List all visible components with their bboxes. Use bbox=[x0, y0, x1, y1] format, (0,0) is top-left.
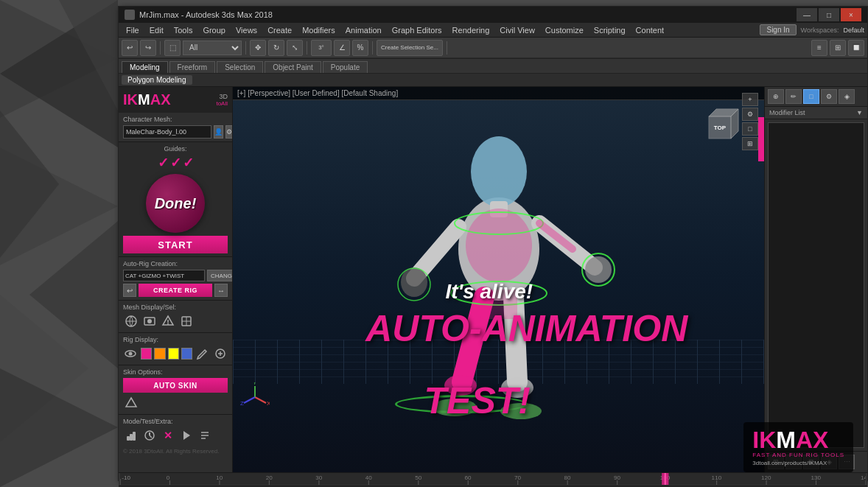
rig-edit-btn[interactable] bbox=[195, 346, 210, 362]
color-swatch-yellow[interactable] bbox=[168, 348, 179, 360]
tab-selection[interactable]: Selection bbox=[217, 61, 263, 73]
menu-create[interactable]: Create bbox=[263, 25, 296, 35]
autorig-input[interactable] bbox=[123, 270, 205, 281]
menu-content[interactable]: Content bbox=[631, 25, 669, 35]
toolbar-select[interactable]: ⬚ bbox=[164, 40, 181, 56]
mesh-pick-button[interactable]: 👤 bbox=[214, 125, 223, 139]
rp-btn-3-active[interactable]: □ bbox=[803, 89, 819, 104]
skin-btn-extra[interactable] bbox=[123, 395, 139, 411]
toolbar-sep-2 bbox=[245, 41, 246, 55]
mesh-display-btn-1[interactable] bbox=[123, 313, 139, 329]
modifier-list-dropdown[interactable]: ▼ bbox=[856, 109, 863, 116]
toolbar-layer[interactable]: ≡ bbox=[811, 40, 827, 56]
scene-background: TOP + ⚙ □ ⊞ It's alive! AUTO-ANIMATION bbox=[233, 87, 764, 472]
color-swatch-blue[interactable] bbox=[181, 348, 192, 360]
tab-object-paint[interactable]: Object Paint bbox=[265, 61, 321, 73]
timeline-ruler[interactable]: -10 0 10 20 30 40 50 60 70 bbox=[119, 473, 867, 486]
vp-nav-4[interactable]: ⊞ bbox=[742, 137, 758, 150]
mesh-name-input[interactable] bbox=[123, 125, 211, 139]
toolbar-move[interactable]: ✥ bbox=[250, 40, 266, 56]
rig-extra-button[interactable]: ↔ bbox=[214, 284, 228, 297]
mode-btn-2[interactable] bbox=[141, 427, 158, 444]
toolbar-scene[interactable]: ⊞ bbox=[830, 40, 846, 56]
mode-icons-row: ✕ bbox=[123, 427, 228, 444]
change-button[interactable]: CHANGE bbox=[207, 270, 233, 281]
rig-visibility-btn[interactable] bbox=[123, 346, 139, 362]
rp-btn-5[interactable]: ◈ bbox=[839, 89, 855, 104]
viewport-area[interactable]: [+] [Perspective] [User Defined] [Defaul… bbox=[233, 87, 764, 472]
timeline-area: -10 0 10 20 30 40 50 60 70 bbox=[119, 472, 867, 487]
menu-customize[interactable]: Customize bbox=[541, 25, 588, 35]
title-bar-left: MrJim.max - Autodesk 3ds Max 2018 bbox=[125, 10, 273, 20]
guides-section: Guides: ✓ ✓ ✓ Done! START bbox=[119, 142, 232, 257]
auto-skin-button[interactable]: AUTO SKIN bbox=[123, 378, 228, 393]
svg-text:X: X bbox=[267, 400, 270, 407]
color-swatch-pink[interactable] bbox=[141, 348, 152, 360]
toolbar-select-dropdown[interactable]: All bbox=[183, 41, 242, 55]
minimize-button[interactable]: — bbox=[797, 8, 817, 21]
rig-extra-btn2[interactable] bbox=[212, 346, 228, 362]
svg-rect-24 bbox=[127, 436, 130, 441]
menu-graph-editors[interactable]: Graph Editors bbox=[388, 25, 447, 35]
mesh-display-btn-3[interactable] bbox=[160, 313, 176, 329]
vp-nav-2[interactable]: ⚙ bbox=[742, 108, 758, 121]
check-1: ✓ bbox=[158, 155, 169, 171]
svg-text:0: 0 bbox=[167, 475, 170, 481]
svg-text:Y: Y bbox=[253, 382, 257, 386]
tab-freeform[interactable]: Freeform bbox=[169, 61, 216, 73]
rp-btn-2[interactable]: ✏ bbox=[785, 89, 802, 104]
maximize-button[interactable]: □ bbox=[819, 8, 839, 21]
mode-label: Mode/Test/Extra: bbox=[123, 418, 228, 425]
toolbar-3d-snap[interactable]: 3° bbox=[311, 40, 332, 56]
left-panel: IKMAX 3D toAll Character Mesh: 👤 ⚙ bbox=[119, 87, 233, 472]
window-title: MrJim.max - Autodesk 3ds Max 2018 bbox=[139, 10, 273, 19]
menu-file[interactable]: File bbox=[122, 25, 144, 35]
mesh-display-btn-2[interactable] bbox=[141, 313, 158, 329]
menu-scripting[interactable]: Scripting bbox=[589, 25, 630, 35]
mode-btn-1[interactable] bbox=[123, 427, 139, 444]
mode-btn-3[interactable]: ✕ bbox=[160, 427, 176, 444]
create-rig-button[interactable]: CREATE RIG bbox=[139, 284, 212, 297]
menu-group[interactable]: Group bbox=[198, 25, 230, 35]
check-3: ✓ bbox=[183, 155, 194, 171]
tab-modeling[interactable]: Modeling bbox=[122, 61, 168, 73]
menu-views[interactable]: Views bbox=[231, 25, 262, 35]
tab-populate[interactable]: Populate bbox=[323, 61, 368, 73]
mesh-display-btn-4[interactable] bbox=[178, 313, 195, 329]
toolbar-scale[interactable]: ⤡ bbox=[287, 40, 303, 56]
menu-animation[interactable]: Animation bbox=[341, 25, 386, 35]
vp-nav-3[interactable]: □ bbox=[742, 122, 758, 136]
toolbar-rotate[interactable]: ↻ bbox=[268, 40, 284, 56]
back-button[interactable]: ↩ bbox=[123, 284, 136, 297]
toolbar-named-selection[interactable]: Create Selection Se... bbox=[377, 40, 443, 56]
skin-options-label: Skin Options: bbox=[123, 368, 228, 376]
subtab-polygon-modeling[interactable]: Polygon Modeling bbox=[122, 75, 192, 85]
color-swatch-orange[interactable] bbox=[154, 348, 165, 360]
toolbar-percent-snap[interactable]: % bbox=[352, 40, 368, 56]
menu-modifiers[interactable]: Modifiers bbox=[298, 25, 340, 35]
menu-tools[interactable]: Tools bbox=[169, 25, 197, 35]
menu-civil-view[interactable]: Civil View bbox=[495, 25, 539, 35]
menu-edit[interactable]: Edit bbox=[145, 25, 168, 35]
rp-btn-4[interactable]: ⚙ bbox=[821, 89, 837, 104]
close-button[interactable]: × bbox=[841, 8, 861, 21]
start-button[interactable]: START bbox=[123, 236, 228, 253]
skin-options-section: Skin Options: AUTO SKIN bbox=[119, 365, 232, 415]
bottom-logo-area: IKMAX FAST AND FUN RIG TOOLS 3dtoall.com… bbox=[743, 422, 853, 472]
mode-btn-4[interactable] bbox=[178, 427, 195, 444]
toolbar-redo[interactable]: ↪ bbox=[140, 40, 156, 56]
sign-in-button[interactable]: Sign In bbox=[760, 24, 796, 35]
rp-btn-1[interactable]: ⊕ bbox=[768, 89, 784, 104]
svg-text:140: 140 bbox=[861, 475, 866, 481]
toolbar-sep-5 bbox=[447, 41, 447, 55]
vp-nav-1[interactable]: + bbox=[742, 93, 758, 106]
toolbar-render-setup[interactable]: 🔲 bbox=[848, 40, 864, 56]
workspace-name: Default bbox=[843, 27, 864, 34]
main-window: MrJim.max - Autodesk 3ds Max 2018 — □ × … bbox=[118, 6, 868, 481]
menu-rendering[interactable]: Rendering bbox=[448, 25, 494, 35]
toolbar-undo[interactable]: ↩ bbox=[122, 40, 138, 56]
svg-text:50: 50 bbox=[415, 475, 421, 481]
mesh-edit-button[interactable]: ⚙ bbox=[225, 125, 233, 139]
mode-btn-5[interactable] bbox=[197, 427, 213, 444]
toolbar-angle-snap[interactable]: ∠ bbox=[334, 40, 350, 56]
